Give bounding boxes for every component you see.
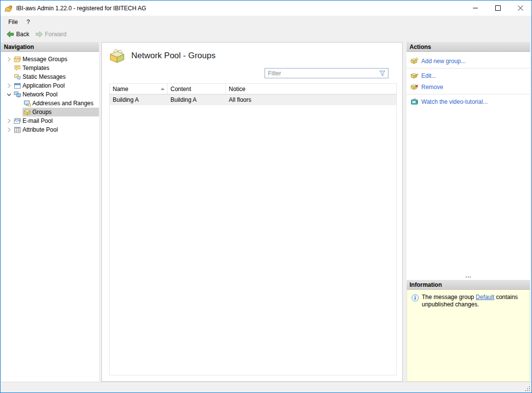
sidebar-item-label: Static Messages	[23, 73, 66, 80]
sidebar-item-message-groups[interactable]: Message Groups	[1, 55, 99, 64]
forward-button[interactable]: Forward	[32, 30, 70, 39]
sidebar-item-templates[interactable]: Templates	[1, 64, 99, 72]
window-title: IBI-aws Admin 1.22.0 - registered for IB…	[16, 5, 146, 12]
watch-tutorial-action[interactable]: Watch the video-tutorial...	[407, 96, 530, 107]
panel-splitter-handle[interactable]	[407, 274, 530, 280]
chevron-right-icon[interactable]	[5, 56, 13, 63]
back-label: Back	[16, 31, 29, 38]
filter-input-container	[265, 68, 388, 78]
edit-action[interactable]: Edit...	[407, 70, 530, 81]
actions-header: Actions	[407, 42, 530, 52]
right-column: Actions Add new group... Edit... Remove	[407, 42, 530, 382]
info-text-before: The message group	[422, 294, 476, 301]
splitter-dots-icon	[468, 277, 469, 277]
remove-action[interactable]: Remove	[407, 81, 530, 92]
status-bar	[0, 382, 532, 393]
actions-list: Add new group... Edit... Remove Watch	[407, 52, 530, 274]
menu-help[interactable]: ?	[22, 17, 34, 27]
static-messages-icon	[14, 73, 21, 81]
cell-content: Building A	[168, 94, 226, 105]
actions-separator	[407, 94, 530, 94]
filter-row	[102, 67, 402, 82]
sidebar-item-email-pool[interactable]: E-mail Pool	[1, 116, 99, 125]
main-panel: Network Pool - Groups Name Co	[101, 42, 403, 382]
tv-icon	[411, 98, 418, 105]
chevron-down-icon[interactable]	[5, 91, 13, 98]
cell-name: Building A	[110, 94, 168, 105]
sidebar-item-label: Message Groups	[23, 56, 67, 63]
chevron-spacer	[5, 65, 13, 71]
sidebar-item-attribute-pool[interactable]: Attribute Pool	[1, 125, 99, 134]
column-label: Name	[113, 86, 128, 92]
remove-link: Remove	[421, 84, 443, 91]
forward-arrow-icon	[35, 31, 43, 38]
menu-file[interactable]: File	[4, 17, 22, 27]
table-header-notice[interactable]: Notice	[226, 84, 396, 94]
message-groups-icon	[14, 56, 21, 63]
edit-group-icon	[411, 72, 418, 79]
sidebar-item-application-pool[interactable]: Application Pool	[1, 81, 99, 90]
chevron-spacer	[5, 73, 13, 80]
chevron-right-icon[interactable]	[5, 82, 13, 89]
table-header-content[interactable]: Content	[168, 84, 226, 94]
sidebar-item-label: Groups	[32, 109, 51, 116]
application-pool-icon	[14, 82, 21, 90]
information-body: The message group Default contains unpub…	[407, 290, 530, 382]
attribute-pool-icon	[14, 126, 21, 134]
templates-icon	[14, 65, 21, 72]
network-pool-icon	[14, 91, 21, 98]
resize-grip[interactable]	[525, 386, 531, 392]
cell-notice: All floors	[226, 94, 396, 105]
information-panel: Information The message group Default co…	[407, 280, 530, 382]
window-controls	[464, 0, 532, 16]
chevron-right-icon[interactable]	[5, 117, 13, 124]
minimize-button[interactable]	[464, 0, 486, 16]
maximize-button[interactable]	[486, 0, 509, 16]
add-new-group-link: Add new group...	[421, 58, 466, 65]
table-empty-area	[110, 105, 396, 375]
sidebar-item-label: E-mail Pool	[23, 117, 52, 124]
close-button[interactable]	[509, 0, 532, 16]
table-header-row: Name Content Notice	[110, 84, 396, 94]
app-logo-icon	[4, 4, 13, 13]
navigation-panel: Navigation Message Groups Templates Stat…	[1, 42, 99, 382]
table-row[interactable]: Building A Building A All floors	[110, 94, 396, 105]
app-window: IBI-aws Admin 1.22.0 - registered for IB…	[0, 0, 532, 393]
edit-link: Edit...	[421, 72, 436, 79]
sidebar-item-label: Network Pool	[23, 91, 57, 98]
table-header-name[interactable]: Name	[110, 84, 168, 94]
chevron-right-icon[interactable]	[5, 126, 13, 133]
groups-table: Name Content Notice Building A Building …	[109, 83, 397, 375]
actions-panel: Actions Add new group... Edit... Remove	[407, 42, 530, 274]
back-arrow-icon	[6, 31, 14, 38]
navigation-tree: Message Groups Templates Static Messages…	[1, 52, 99, 382]
nav-toolbar: Back Forward	[0, 28, 532, 41]
sidebar-item-groups[interactable]: Groups	[1, 108, 99, 116]
watch-tutorial-link: Watch the video-tutorial...	[421, 98, 488, 105]
back-button[interactable]: Back	[3, 30, 32, 39]
remove-group-icon	[411, 83, 418, 91]
sidebar-item-label: Addresses and Ranges	[32, 100, 94, 107]
sidebar-item-network-pool[interactable]: Network Pool	[1, 90, 99, 99]
add-group-icon	[411, 57, 418, 65]
information-header: Information	[407, 280, 530, 290]
actions-separator	[407, 68, 530, 69]
sidebar-item-label: Templates	[23, 65, 49, 71]
filter-funnel-icon[interactable]	[379, 70, 387, 77]
add-new-group-action[interactable]: Add new group...	[407, 55, 530, 67]
title-bar: IBI-aws Admin 1.22.0 - registered for IB…	[0, 0, 532, 16]
sort-ascending-icon	[161, 88, 165, 90]
sidebar-item-addresses-and-ranges[interactable]: Addresses and Ranges	[1, 99, 99, 108]
information-message: The message group Default contains unpub…	[422, 294, 525, 308]
filter-input[interactable]	[265, 70, 379, 77]
info-icon	[411, 294, 419, 301]
network-pool-groups-icon	[109, 48, 125, 63]
email-pool-icon	[14, 117, 21, 125]
content-area: Navigation Message Groups Templates Stat…	[0, 41, 532, 382]
forward-label: Forward	[45, 31, 67, 38]
sidebar-item-label: Attribute Pool	[23, 126, 58, 133]
default-group-link[interactable]: Default	[476, 294, 494, 301]
page-title: Network Pool - Groups	[131, 51, 216, 61]
groups-icon	[24, 109, 31, 116]
sidebar-item-static-messages[interactable]: Static Messages	[1, 72, 99, 81]
